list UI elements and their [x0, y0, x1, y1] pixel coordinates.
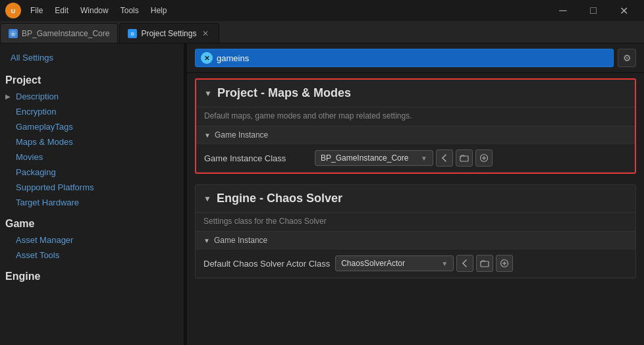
- sidebar-item-description[interactable]: ▶ Description: [0, 89, 184, 104]
- sidebar-item-description-label: Description: [16, 92, 59, 101]
- sidebar-item-movies[interactable]: Movies: [0, 149, 184, 165]
- chaos-dropdown-arrow-icon: ▼: [441, 260, 448, 267]
- menu-window[interactable]: Window: [75, 3, 114, 18]
- window-controls: ─ □ ✕: [548, 0, 639, 21]
- subsection-game-instance-1-label: Game Instance: [215, 130, 268, 140]
- svg-text:B: B: [12, 32, 14, 36]
- search-settings-button[interactable]: ⚙: [618, 49, 636, 67]
- sidebar-item-asset-manager-label: Asset Manager: [16, 235, 73, 245]
- tab-project-settings[interactable]: ⚙ Project Settings ✕: [119, 23, 219, 43]
- expand-arrow-icon: ▶: [5, 93, 11, 100]
- property-control-chaos-solver-class: ChaosSolverActor ▼: [335, 255, 628, 272]
- chaos-solver-class-value: ChaosSolverActor: [341, 259, 405, 268]
- subsection-2-arrow-icon: ▼: [203, 237, 210, 244]
- tab-bp-icon: B: [9, 29, 18, 38]
- minimize-button[interactable]: ─: [548, 0, 578, 21]
- sidebar-item-gameplaytags[interactable]: GameplayTags: [0, 119, 184, 134]
- close-button[interactable]: ✕: [608, 0, 639, 21]
- section-maps-modes-title: ▼ Project - Maps & Modes: [196, 80, 635, 107]
- menu-help[interactable]: Help: [146, 3, 173, 18]
- chaos-plus-circle-icon: [500, 259, 509, 268]
- subsection-game-instance-2-header: ▼ Game Instance: [196, 231, 635, 250]
- property-row-chaos-solver-class: Default Chaos Solver Actor Class ChaosSo…: [196, 250, 635, 278]
- sidebar-item-asset-tools-label: Asset Tools: [16, 250, 59, 260]
- chaos-browse-icon-button[interactable]: [476, 255, 493, 272]
- game-instance-class-dropdown[interactable]: BP_GameInstance_Core ▼: [315, 150, 433, 166]
- main-layout: All Settings Project ▶ Description Encry…: [0, 43, 644, 345]
- section-chaos-solver-title-text: Engine - Chaos Solver: [217, 192, 342, 205]
- subsection-game-instance-2: ▼ Game Instance Default Chaos Solver Act…: [196, 231, 635, 278]
- menu-file[interactable]: File: [25, 3, 48, 18]
- section-maps-modes: ▼ Project - Maps & Modes Default maps, g…: [195, 78, 636, 174]
- property-label-game-instance-class: Game Instance Class: [204, 153, 309, 163]
- results-area: ▼ Project - Maps & Modes Default maps, g…: [187, 73, 644, 345]
- tab-ps-close[interactable]: ✕: [200, 28, 211, 39]
- sidebar-item-asset-manager[interactable]: Asset Manager: [0, 232, 184, 248]
- content-area: ✕ ⚙ ▼ Project - Maps & Modes Default map…: [187, 43, 644, 345]
- section-chaos-solver-desc: Settings class for the Chaos Solver: [196, 213, 635, 231]
- arrow-left-icon: [440, 153, 449, 163]
- search-bar: ✕ ⚙: [187, 43, 644, 73]
- sidebar-item-encryption[interactable]: Encryption: [0, 104, 184, 119]
- search-input-wrapper: ✕: [195, 49, 614, 67]
- tab-ps-label: Project Settings: [141, 29, 196, 38]
- menu-bar: File Edit Window Tools Help: [25, 3, 544, 18]
- plus-circle-icon: [479, 153, 489, 163]
- dropdown-arrow-icon: ▼: [421, 155, 427, 162]
- subsection-game-instance-1-header: ▼ Game Instance: [196, 126, 635, 144]
- search-input[interactable]: [217, 53, 608, 63]
- property-label-chaos-solver-class: Default Chaos Solver Actor Class: [203, 259, 330, 269]
- sidebar-item-movies-label: Movies: [16, 152, 43, 162]
- property-row-game-instance-class: Game Instance Class BP_GameInstance_Core…: [196, 144, 635, 172]
- svg-rect-6: [460, 156, 468, 161]
- section-maps-modes-desc: Default maps, game modes and other map r…: [196, 107, 635, 126]
- svg-text:U: U: [11, 8, 16, 14]
- game-instance-class-value: BP_GameInstance_Core: [321, 153, 408, 163]
- sidebar-section-engine: Engine: [0, 263, 184, 285]
- menu-edit[interactable]: Edit: [49, 3, 74, 18]
- tab-bp-label: BP_GameInstance_Core: [22, 29, 109, 38]
- chaos-solver-class-dropdown[interactable]: ChaosSolverActor ▼: [335, 255, 454, 271]
- folder-icon: [460, 153, 469, 163]
- navigate-icon-button[interactable]: [436, 149, 453, 167]
- chaos-add-icon-button[interactable]: [496, 255, 513, 272]
- sidebar-item-supported-platforms[interactable]: Supported Platforms: [0, 180, 184, 195]
- menu-tools[interactable]: Tools: [115, 3, 144, 18]
- sidebar: All Settings Project ▶ Description Encry…: [0, 43, 184, 345]
- title-bar: U File Edit Window Tools Help ─ □ ✕: [0, 0, 644, 21]
- app-icon: U: [5, 3, 21, 18]
- chaos-navigate-icon-button[interactable]: [456, 255, 473, 272]
- sidebar-item-packaging[interactable]: Packaging: [0, 165, 184, 180]
- section-maps-modes-arrow-icon: ▼: [204, 89, 212, 98]
- sidebar-item-packaging-label: Packaging: [16, 167, 56, 177]
- chaos-arrow-left-icon: [460, 259, 470, 268]
- add-icon-button[interactable]: [475, 149, 493, 167]
- tabs-bar: B BP_GameInstance_Core ⚙ Project Setting…: [0, 21, 644, 43]
- gear-icon: ⚙: [623, 53, 631, 63]
- sidebar-item-maps-modes[interactable]: Maps & Modes: [0, 134, 184, 149]
- subsection-game-instance-2-label: Game Instance: [214, 236, 267, 245]
- restore-button[interactable]: □: [578, 0, 608, 21]
- tab-bp-gameinstance[interactable]: B BP_GameInstance_Core: [0, 23, 118, 43]
- svg-rect-10: [481, 261, 489, 267]
- sidebar-item-maps-modes-label: Maps & Modes: [16, 137, 73, 147]
- sidebar-item-target-hardware[interactable]: Target Hardware: [0, 195, 184, 210]
- section-maps-modes-title-text: Project - Maps & Modes: [217, 86, 351, 100]
- chaos-folder-icon: [480, 259, 489, 268]
- sidebar-item-asset-tools[interactable]: Asset Tools: [0, 248, 184, 263]
- subsection-1-arrow-icon: ▼: [204, 132, 211, 139]
- svg-text:⚙: ⚙: [130, 32, 134, 36]
- sidebar-section-game: Game: [0, 210, 184, 232]
- sidebar-all-settings[interactable]: All Settings: [0, 49, 184, 66]
- property-control-game-instance-class: BP_GameInstance_Core ▼: [315, 149, 627, 167]
- section-chaos-solver: ▼ Engine - Chaos Solver Settings class f…: [195, 184, 636, 279]
- tab-ps-icon: ⚙: [128, 29, 137, 38]
- sidebar-item-supported-platforms-label: Supported Platforms: [16, 182, 94, 192]
- sidebar-item-encryption-label: Encryption: [16, 107, 56, 117]
- browse-icon-button[interactable]: [456, 149, 473, 167]
- sidebar-section-project: Project: [0, 66, 184, 89]
- section-chaos-solver-title: ▼ Engine - Chaos Solver: [196, 185, 635, 213]
- search-clear-button[interactable]: ✕: [201, 52, 213, 64]
- sidebar-item-target-hardware-label: Target Hardware: [16, 198, 79, 207]
- section-chaos-solver-arrow-icon: ▼: [203, 194, 211, 203]
